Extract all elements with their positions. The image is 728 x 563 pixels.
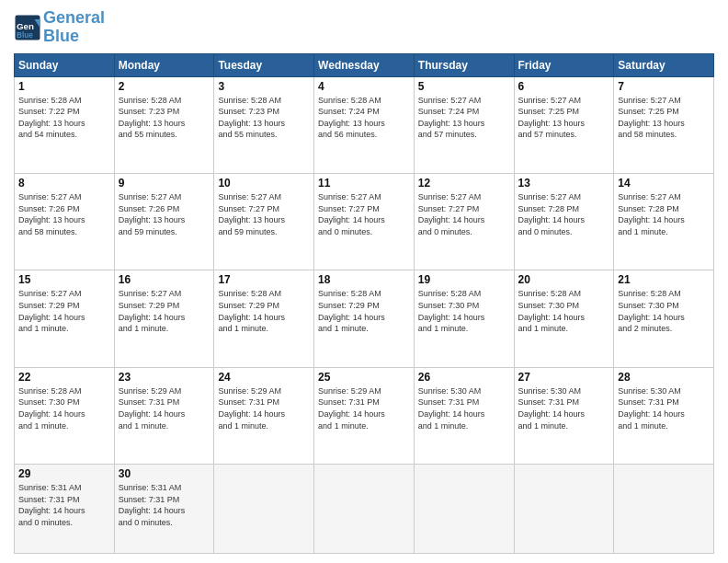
day-number: 26 (418, 371, 510, 384)
calendar-cell: 17Sunrise: 5:28 AMSunset: 7:29 PMDayligh… (214, 270, 314, 367)
day-number: 30 (119, 467, 210, 480)
day-header: Tuesday (214, 53, 314, 76)
calendar-cell: 25Sunrise: 5:29 AMSunset: 7:31 PMDayligh… (314, 367, 415, 464)
cell-sun-info: Sunrise: 5:27 AMSunset: 7:27 PMDaylight:… (418, 191, 510, 237)
cell-sun-info: Sunrise: 5:28 AMSunset: 7:22 PMDaylight:… (18, 95, 110, 141)
cell-sun-info: Sunrise: 5:27 AMSunset: 7:29 PMDaylight:… (119, 288, 210, 334)
calendar-cell: 23Sunrise: 5:29 AMSunset: 7:31 PMDayligh… (114, 367, 214, 464)
calendar-header-row: SundayMondayTuesdayWednesdayThursdayFrid… (15, 53, 714, 76)
calendar-cell: 20Sunrise: 5:28 AMSunset: 7:30 PMDayligh… (514, 270, 614, 367)
calendar-cell: 15Sunrise: 5:27 AMSunset: 7:29 PMDayligh… (15, 270, 115, 367)
cell-sun-info: Sunrise: 5:27 AMSunset: 7:28 PMDaylight:… (518, 191, 610, 237)
cell-sun-info: Sunrise: 5:28 AMSunset: 7:23 PMDaylight:… (218, 95, 310, 141)
cell-sun-info: Sunrise: 5:27 AMSunset: 7:26 PMDaylight:… (119, 191, 210, 237)
cell-sun-info: Sunrise: 5:27 AMSunset: 7:28 PMDaylight:… (618, 191, 710, 237)
day-number: 22 (18, 371, 110, 384)
day-number: 14 (618, 177, 710, 190)
calendar-cell: 3Sunrise: 5:28 AMSunset: 7:23 PMDaylight… (214, 76, 314, 173)
calendar-table: SundayMondayTuesdayWednesdayThursdayFrid… (14, 53, 714, 554)
day-number: 9 (119, 177, 210, 190)
calendar-cell (214, 465, 314, 554)
day-number: 28 (618, 371, 710, 384)
cell-sun-info: Sunrise: 5:31 AMSunset: 7:31 PMDaylight:… (18, 482, 110, 528)
calendar-week-row: 29Sunrise: 5:31 AMSunset: 7:31 PMDayligh… (15, 465, 714, 554)
day-number: 16 (119, 273, 210, 286)
logo: Gen Blue General Blue (14, 9, 105, 46)
cell-sun-info: Sunrise: 5:27 AMSunset: 7:29 PMDaylight:… (18, 288, 110, 334)
day-number: 23 (119, 371, 210, 384)
calendar-cell: 1Sunrise: 5:28 AMSunset: 7:22 PMDaylight… (15, 76, 115, 173)
day-number: 4 (318, 80, 410, 93)
calendar-cell (514, 465, 614, 554)
day-number: 27 (518, 371, 610, 384)
day-header: Sunday (15, 53, 115, 76)
calendar-cell: 28Sunrise: 5:30 AMSunset: 7:31 PMDayligh… (614, 367, 714, 464)
day-number: 21 (618, 273, 710, 286)
day-number: 17 (218, 273, 310, 286)
header: Gen Blue General Blue (14, 9, 714, 46)
calendar-cell: 2Sunrise: 5:28 AMSunset: 7:23 PMDaylight… (114, 76, 214, 173)
calendar-cell: 9Sunrise: 5:27 AMSunset: 7:26 PMDaylight… (114, 174, 214, 270)
calendar-cell: 4Sunrise: 5:28 AMSunset: 7:24 PMDaylight… (314, 76, 415, 173)
calendar-cell: 7Sunrise: 5:27 AMSunset: 7:25 PMDaylight… (614, 76, 714, 173)
cell-sun-info: Sunrise: 5:27 AMSunset: 7:25 PMDaylight:… (618, 95, 710, 141)
day-number: 29 (18, 467, 110, 480)
calendar-cell: 13Sunrise: 5:27 AMSunset: 7:28 PMDayligh… (514, 174, 614, 270)
calendar-cell: 27Sunrise: 5:30 AMSunset: 7:31 PMDayligh… (514, 367, 614, 464)
day-number: 25 (318, 371, 410, 384)
cell-sun-info: Sunrise: 5:28 AMSunset: 7:30 PMDaylight:… (18, 385, 110, 431)
day-number: 15 (18, 273, 110, 286)
calendar-cell: 24Sunrise: 5:29 AMSunset: 7:31 PMDayligh… (214, 367, 314, 464)
cell-sun-info: Sunrise: 5:30 AMSunset: 7:31 PMDaylight:… (618, 385, 710, 431)
calendar-week-row: 1Sunrise: 5:28 AMSunset: 7:22 PMDaylight… (15, 76, 714, 173)
calendar-cell: 14Sunrise: 5:27 AMSunset: 7:28 PMDayligh… (614, 174, 714, 270)
cell-sun-info: Sunrise: 5:28 AMSunset: 7:23 PMDaylight:… (119, 95, 210, 141)
day-number: 18 (318, 273, 410, 286)
day-number: 13 (518, 177, 610, 190)
calendar-cell: 5Sunrise: 5:27 AMSunset: 7:24 PMDaylight… (414, 76, 514, 173)
cell-sun-info: Sunrise: 5:30 AMSunset: 7:31 PMDaylight:… (518, 385, 610, 431)
day-number: 19 (418, 273, 510, 286)
cell-sun-info: Sunrise: 5:28 AMSunset: 7:24 PMDaylight:… (318, 95, 410, 141)
calendar-cell: 10Sunrise: 5:27 AMSunset: 7:27 PMDayligh… (214, 174, 314, 270)
svg-text:Blue: Blue (17, 30, 33, 39)
calendar-cell: 12Sunrise: 5:27 AMSunset: 7:27 PMDayligh… (414, 174, 514, 270)
calendar-cell: 21Sunrise: 5:28 AMSunset: 7:30 PMDayligh… (614, 270, 714, 367)
calendar-cell: 11Sunrise: 5:27 AMSunset: 7:27 PMDayligh… (314, 174, 415, 270)
calendar-body: 1Sunrise: 5:28 AMSunset: 7:22 PMDaylight… (15, 76, 714, 553)
svg-text:Gen: Gen (17, 20, 34, 30)
day-number: 10 (218, 177, 310, 190)
logo-text: General Blue (43, 9, 105, 46)
calendar-page: Gen Blue General Blue SundayMondayTuesda… (0, 0, 728, 563)
calendar-cell: 18Sunrise: 5:28 AMSunset: 7:29 PMDayligh… (314, 270, 415, 367)
cell-sun-info: Sunrise: 5:27 AMSunset: 7:27 PMDaylight:… (218, 191, 310, 237)
day-number: 12 (418, 177, 510, 190)
calendar-cell: 6Sunrise: 5:27 AMSunset: 7:25 PMDaylight… (514, 76, 614, 173)
day-header: Monday (114, 53, 214, 76)
day-number: 2 (119, 80, 210, 93)
cell-sun-info: Sunrise: 5:28 AMSunset: 7:30 PMDaylight:… (618, 288, 710, 334)
calendar-cell (614, 465, 714, 554)
day-number: 24 (218, 371, 310, 384)
day-number: 8 (18, 177, 110, 190)
cell-sun-info: Sunrise: 5:30 AMSunset: 7:31 PMDaylight:… (418, 385, 510, 431)
calendar-cell: 8Sunrise: 5:27 AMSunset: 7:26 PMDaylight… (15, 174, 115, 270)
cell-sun-info: Sunrise: 5:31 AMSunset: 7:31 PMDaylight:… (119, 482, 210, 528)
cell-sun-info: Sunrise: 5:29 AMSunset: 7:31 PMDaylight:… (119, 385, 210, 431)
calendar-week-row: 15Sunrise: 5:27 AMSunset: 7:29 PMDayligh… (15, 270, 714, 367)
cell-sun-info: Sunrise: 5:27 AMSunset: 7:24 PMDaylight:… (418, 95, 510, 141)
calendar-week-row: 8Sunrise: 5:27 AMSunset: 7:26 PMDaylight… (15, 174, 714, 270)
calendar-cell: 16Sunrise: 5:27 AMSunset: 7:29 PMDayligh… (114, 270, 214, 367)
day-header: Thursday (414, 53, 514, 76)
cell-sun-info: Sunrise: 5:29 AMSunset: 7:31 PMDaylight:… (218, 385, 310, 431)
day-number: 20 (518, 273, 610, 286)
calendar-cell: 29Sunrise: 5:31 AMSunset: 7:31 PMDayligh… (15, 465, 115, 554)
cell-sun-info: Sunrise: 5:29 AMSunset: 7:31 PMDaylight:… (318, 385, 410, 431)
calendar-cell: 30Sunrise: 5:31 AMSunset: 7:31 PMDayligh… (114, 465, 214, 554)
calendar-cell: 19Sunrise: 5:28 AMSunset: 7:30 PMDayligh… (414, 270, 514, 367)
cell-sun-info: Sunrise: 5:28 AMSunset: 7:29 PMDaylight:… (318, 288, 410, 334)
cell-sun-info: Sunrise: 5:27 AMSunset: 7:25 PMDaylight:… (518, 95, 610, 141)
cell-sun-info: Sunrise: 5:28 AMSunset: 7:30 PMDaylight:… (418, 288, 510, 334)
day-header: Wednesday (314, 53, 415, 76)
cell-sun-info: Sunrise: 5:27 AMSunset: 7:26 PMDaylight:… (18, 191, 110, 237)
